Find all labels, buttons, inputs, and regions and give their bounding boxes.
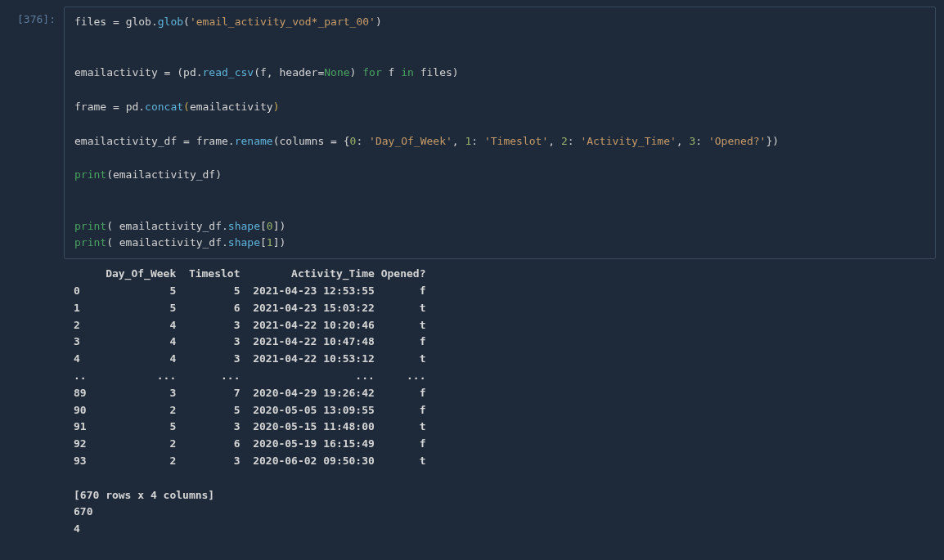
code-token: ) xyxy=(452,66,459,78)
code-token: : xyxy=(568,135,574,147)
code-token: pd xyxy=(183,66,196,78)
code-token: : xyxy=(356,135,362,147)
code-token: ]) xyxy=(273,220,286,232)
code-token: emailactivity_df xyxy=(113,168,215,181)
output-cell: Day_Of_Week Timeslot Activity_Time Opene… xyxy=(8,259,936,538)
code-token: emailactivity_df xyxy=(119,236,222,249)
code-token: f, header xyxy=(260,66,317,78)
code-token: concat xyxy=(145,101,183,113)
code-token: frame xyxy=(196,135,228,147)
code-output: Day_Of_Week Timeslot Activity_Time Opene… xyxy=(64,259,936,538)
output-row: .. ... ... ... ... xyxy=(74,370,425,382)
code-token: , xyxy=(452,135,459,147)
code-token: = xyxy=(164,66,171,78)
code-token: ]) xyxy=(273,236,286,249)
code-token: { xyxy=(344,135,350,147)
code-token: = xyxy=(113,101,119,113)
code-token: print xyxy=(74,168,106,181)
code-token: . xyxy=(196,66,203,78)
code-token: ) xyxy=(375,16,382,28)
code-token: in xyxy=(401,66,414,78)
code-token: = xyxy=(183,135,190,147)
code-token: print xyxy=(74,220,106,232)
code-token: emailactivity_df xyxy=(119,220,222,232)
code-input[interactable]: files = glob.glob('email_activity_vod*_p… xyxy=(64,7,936,259)
output-header: Day_Of_Week Timeslot Activity_Time Opene… xyxy=(74,267,425,280)
code-token: , xyxy=(548,135,555,147)
code-token: emailactivity xyxy=(190,101,273,113)
code-token: 2 xyxy=(561,135,568,147)
code-token: 'Activity_Time' xyxy=(580,135,676,147)
output-row: 0 5 5 2021-04-23 12:53:55 f xyxy=(74,284,425,297)
output-row: 2 4 3 2021-04-22 10:20:46 t xyxy=(74,319,425,331)
code-token: ) xyxy=(215,168,222,181)
code-token: files xyxy=(420,66,452,78)
code-token: }) xyxy=(766,135,779,147)
code-token: None xyxy=(324,66,349,78)
code-token: rename xyxy=(235,135,273,147)
code-token: ( xyxy=(183,101,190,113)
output-row: 93 2 3 2020-06-02 09:50:30 t xyxy=(74,455,425,467)
cell-prompt: [376]: xyxy=(8,7,64,25)
code-token: glob xyxy=(158,16,183,28)
code-token: [ xyxy=(260,220,267,232)
output-footer: [670 rows x 4 columns] xyxy=(74,489,214,501)
code-token: ) xyxy=(273,101,280,113)
code-token: frame xyxy=(74,101,106,113)
code-token: 'Opened?' xyxy=(708,135,766,147)
code-token: f xyxy=(389,66,395,78)
code-token: print xyxy=(74,236,106,249)
code-token: . xyxy=(222,236,228,249)
code-token: shape xyxy=(228,220,260,232)
output-row: 89 3 7 2020-04-29 19:26:42 f xyxy=(74,387,425,399)
code-token: columns xyxy=(279,135,324,147)
code-token: 'email_activity_vod*_part_00' xyxy=(190,16,375,28)
output-row: 90 2 5 2020-05-05 13:09:55 f xyxy=(74,404,425,416)
code-token: . xyxy=(138,101,145,113)
code-token: ( xyxy=(254,66,260,78)
code-token: ( xyxy=(183,16,190,28)
code-token: . xyxy=(228,135,235,147)
code-token: = xyxy=(113,16,119,28)
code-token: : xyxy=(695,135,702,147)
code-token: ( xyxy=(177,66,183,78)
code-token: glob xyxy=(126,16,151,28)
output-row: 91 5 3 2020-05-15 11:48:00 t xyxy=(74,420,425,432)
output-row: 3 4 3 2021-04-22 10:47:48 f xyxy=(74,335,425,347)
output-row: 92 2 6 2020-05-19 16:15:49 f xyxy=(74,437,425,450)
code-token: = xyxy=(330,135,337,147)
code-token: 'Timeslot' xyxy=(484,135,548,147)
code-cell: [376]: files = glob.glob('email_activity… xyxy=(8,7,936,259)
code-token: emailactivity xyxy=(74,66,158,78)
code-token: for xyxy=(362,66,381,78)
output-row: 1 5 6 2021-04-23 15:03:22 t xyxy=(74,302,425,314)
code-token: read_csv xyxy=(203,66,254,78)
code-token: ) xyxy=(350,66,357,78)
output-prompt xyxy=(8,259,64,266)
code-token: pd xyxy=(126,101,139,113)
code-token: , xyxy=(677,135,683,147)
output-footer: 670 xyxy=(74,505,92,517)
code-token: ( xyxy=(106,220,113,232)
code-token: 0 xyxy=(267,220,273,232)
code-token: : xyxy=(471,135,478,147)
code-token: ( xyxy=(106,168,113,181)
output-row: 4 4 3 2021-04-22 10:53:12 t xyxy=(74,352,425,365)
code-token: 'Day_Of_Week' xyxy=(369,135,452,147)
code-token: emailactivity_df xyxy=(74,135,177,147)
code-token: 1 xyxy=(267,236,273,249)
code-token: shape xyxy=(228,236,260,249)
code-token: . xyxy=(151,16,158,28)
code-token: . xyxy=(222,220,228,232)
code-token: ( xyxy=(106,236,113,249)
code-token: [ xyxy=(260,236,267,249)
output-footer: 4 xyxy=(74,522,80,535)
code-token: files xyxy=(74,16,106,28)
